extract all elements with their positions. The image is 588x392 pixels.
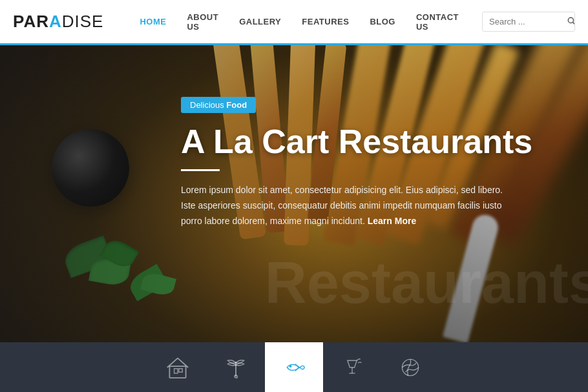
search-icon xyxy=(567,16,575,25)
badge-part1: Delicious xyxy=(190,100,226,110)
house-icon xyxy=(166,356,189,379)
svg-line-1 xyxy=(573,23,575,25)
hero-watermark: Restaurants xyxy=(265,250,588,316)
search-input[interactable] xyxy=(483,13,560,30)
nav-item-features[interactable]: FEATURES xyxy=(291,12,359,32)
nav-item-gallery[interactable]: GALLERY xyxy=(229,12,291,32)
main-nav: HOME ABOUT US GALLERY FEATURES BLOG CONT… xyxy=(129,7,469,37)
fish-icon xyxy=(282,356,306,379)
nav-item-contact[interactable]: CONTACT US xyxy=(406,7,469,37)
hero-section: Restaurants Delicious Food A La Cart Res… xyxy=(0,45,588,342)
search-area xyxy=(482,12,575,32)
header: PARADISE HOME ABOUT US GALLERY FEATURES … xyxy=(0,0,588,45)
nav-item-about[interactable]: ABOUT US xyxy=(176,7,229,37)
icon-item-house[interactable] xyxy=(149,342,207,392)
icon-item-volleyball[interactable] xyxy=(381,342,439,392)
icon-item-drinks[interactable] xyxy=(323,342,381,392)
badge-part2: Food xyxy=(226,100,247,110)
nav-item-home[interactable]: HOME xyxy=(129,12,176,32)
svg-line-7 xyxy=(295,364,299,367)
logo-text-a: A xyxy=(49,12,62,31)
svg-line-8 xyxy=(295,367,299,371)
logo: PARADISE xyxy=(13,12,103,32)
hero-description: Lorem ipsum dolor sit amet, consectetur … xyxy=(181,183,517,229)
hero-title: A La Cart Restaurants xyxy=(181,123,532,160)
hero-content: Delicious Food A La Cart Restaurants Lor… xyxy=(181,97,532,229)
hero-badge: Delicious Food xyxy=(181,97,256,113)
svg-rect-4 xyxy=(179,368,182,371)
drinks-icon xyxy=(341,356,364,379)
svg-rect-3 xyxy=(174,368,178,373)
logo-text-par: PAR xyxy=(13,12,49,31)
logo-text-dise: DISE xyxy=(62,12,104,31)
volleyball-icon xyxy=(399,356,422,379)
nav-item-blog[interactable]: BLOG xyxy=(359,12,406,32)
palm-tree-icon xyxy=(224,356,247,379)
icon-bar xyxy=(0,342,588,392)
learn-more-link[interactable]: Learn More xyxy=(368,216,416,226)
svg-point-6 xyxy=(289,365,292,367)
search-button[interactable] xyxy=(560,12,575,31)
hero-divider xyxy=(181,169,220,171)
icon-item-fish[interactable] xyxy=(265,342,323,392)
icon-item-palm[interactable] xyxy=(207,342,265,392)
